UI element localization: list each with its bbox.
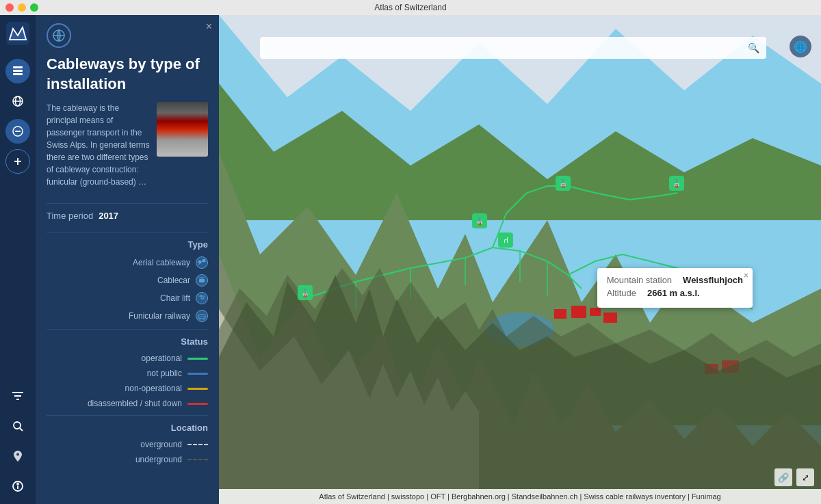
description-thumbnail <box>157 102 208 157</box>
legend-cablecar: Cablecar <box>47 274 208 287</box>
app-logo[interactable] <box>6 22 29 48</box>
search-bar[interactable]: 🔍 <box>260 37 766 59</box>
svg-rect-26 <box>13 73 23 75</box>
sidebar-close-button[interactable]: × <box>206 21 212 33</box>
sidebar-item-info[interactable] <box>5 474 30 499</box>
funicular-icon <box>196 310 208 322</box>
chair-lift-label: Chair lift <box>160 293 190 303</box>
operational-line <box>187 358 208 360</box>
svg-point-52 <box>200 295 202 296</box>
svg-point-39 <box>16 453 19 456</box>
map-cable-icon-1[interactable]: 🚡 <box>298 285 313 300</box>
icon-bar <box>0 15 36 504</box>
sidebar-item-search2[interactable] <box>5 414 30 438</box>
tooltip-label-2: Altitude <box>607 288 636 298</box>
type-section-header: Type <box>47 239 208 250</box>
close-window-button[interactable] <box>5 3 14 12</box>
sidebar-item-filter[interactable] <box>5 384 30 408</box>
disassembled-line <box>187 403 208 405</box>
status-section: Status operational not public non-operat… <box>47 336 208 408</box>
time-period-row: Time period 2017 <box>47 211 208 221</box>
expand-button[interactable]: ⤢ <box>796 468 814 486</box>
tooltip-row-1: Mountain station Weissfluhjoch <box>607 275 743 285</box>
divider-1 <box>47 203 208 204</box>
divider-4 <box>47 415 208 416</box>
globe-icon: 🌐 <box>794 40 807 53</box>
window-controls[interactable] <box>5 3 38 12</box>
legend-aerial-cableway: Aerial cableway <box>47 256 208 269</box>
sidebar-item-globe[interactable] <box>5 89 30 114</box>
legend-underground: underground <box>47 455 208 464</box>
operational-label: operational <box>142 354 182 363</box>
map-cable-icon-4[interactable]: 🚡 <box>669 176 684 191</box>
underground-label: underground <box>135 455 182 464</box>
svg-rect-48 <box>199 279 205 282</box>
svg-rect-25 <box>13 70 23 72</box>
sidebar-item-layers[interactable] <box>5 59 30 83</box>
svg-line-38 <box>20 428 23 431</box>
globe-button[interactable]: 🌐 <box>790 36 811 57</box>
funicular-label: Funicular railway <box>129 311 190 321</box>
sidebar-description: The cableway is the principal means of p… <box>47 102 150 188</box>
legend-chair-lift: Chair lift <box>47 292 208 304</box>
svg-rect-24 <box>13 66 23 68</box>
map-chair-icon[interactable]: ⑁ <box>498 233 513 248</box>
search-input[interactable] <box>267 43 748 53</box>
map-cable-icon-3[interactable]: 🚡 <box>556 176 571 191</box>
svg-point-37 <box>14 422 21 429</box>
svg-rect-11 <box>603 313 617 323</box>
sidebar-content: Cableways by type of installation The ca… <box>36 15 219 481</box>
search-icon: 🔍 <box>748 42 759 53</box>
legend-overground: overground <box>47 440 208 449</box>
tooltip-value-1: Weissfluhjoch <box>683 275 743 285</box>
sidebar-title: Cableways by type of installation <box>47 55 208 94</box>
non-operational-line <box>187 388 208 390</box>
sidebar-item-plus[interactable] <box>5 149 30 174</box>
titlebar: Atlas of Switzerland <box>0 0 821 15</box>
svg-point-42 <box>17 483 18 485</box>
link-button[interactable]: 🔗 <box>774 468 792 486</box>
svg-point-56 <box>203 319 205 320</box>
sidebar-description-block: The cableway is the principal means of p… <box>47 102 208 196</box>
svg-point-55 <box>199 319 200 320</box>
svg-rect-9 <box>571 306 586 318</box>
aerial-cableway-icon <box>196 256 208 269</box>
attribution-text: Atlas of Switzerland | swisstopo | OFT |… <box>319 492 720 501</box>
overground-label: overground <box>140 440 182 449</box>
tooltip-label-1: Mountain station <box>607 275 672 285</box>
time-period-value: 2017 <box>99 211 118 221</box>
map-cable-icon-2[interactable]: 🚡 <box>472 213 487 228</box>
not-public-line <box>187 373 208 375</box>
legend-not-public: not public <box>47 369 208 378</box>
aerial-cableway-label: Aerial cableway <box>133 258 190 267</box>
chair-lift-icon <box>196 292 208 304</box>
tooltip-close-button[interactable]: × <box>744 271 748 280</box>
sidebar-item-zoom-minus[interactable] <box>5 119 30 144</box>
cablecar-label: Cablecar <box>157 276 190 285</box>
type-section: Type Aerial cableway Cablecar <box>47 239 208 322</box>
app-title: Atlas of Switzerland <box>374 3 446 12</box>
not-public-label: not public <box>147 369 182 378</box>
cablecar-icon <box>196 274 208 287</box>
divider-3 <box>47 329 208 330</box>
non-operational-label: non-operational <box>125 384 182 393</box>
time-period-label: Time period <box>47 211 93 221</box>
svg-rect-21 <box>6 22 29 45</box>
svg-rect-8 <box>554 309 566 319</box>
location-section: Location overground underground <box>47 423 208 464</box>
underground-line <box>187 459 208 460</box>
legend-funicular: Funicular railway <box>47 310 208 322</box>
map-tooltip: × Mountain station Weissfluhjoch Altitud… <box>597 268 753 308</box>
tooltip-value-2: 2661 m a.s.l. <box>647 288 700 298</box>
divider-2 <box>47 232 208 233</box>
minimize-window-button[interactable] <box>18 3 26 12</box>
maximize-window-button[interactable] <box>30 3 38 12</box>
svg-rect-10 <box>590 308 601 316</box>
legend-non-operational: non-operational <box>47 384 208 393</box>
disassembled-label: disassembled / shut down <box>88 399 182 408</box>
legend-operational: operational <box>47 354 208 363</box>
sidebar-item-pin[interactable] <box>5 444 30 468</box>
map-controls: 🔗 ⤢ <box>774 468 814 486</box>
attribution-bar: Atlas of Switzerland | swisstopo | OFT |… <box>219 489 821 504</box>
status-section-header: Status <box>47 336 208 347</box>
